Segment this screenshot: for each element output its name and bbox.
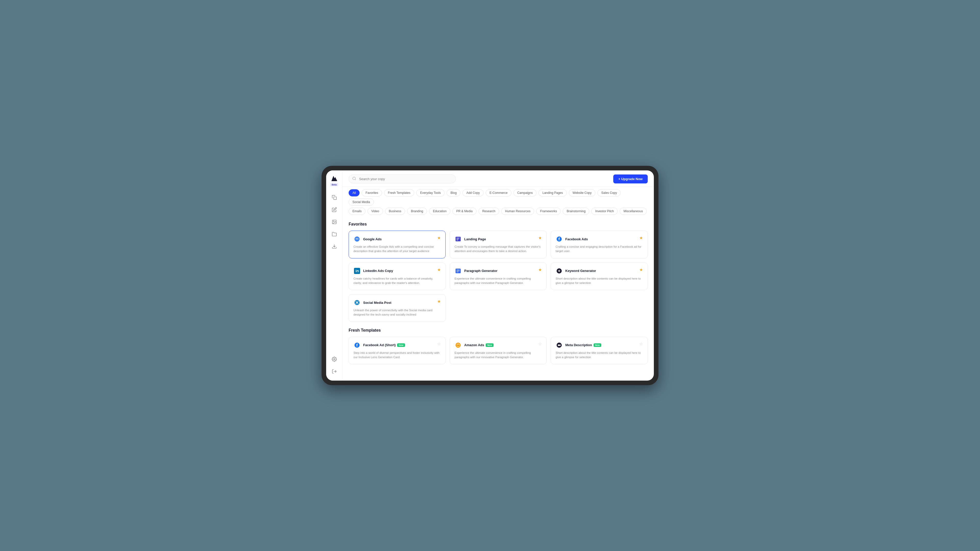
svg-point-4 <box>334 359 335 360</box>
filter-chip-fresh-templates[interactable]: Fresh Templates <box>384 189 414 197</box>
svg-point-2 <box>333 221 334 222</box>
filter-chip-ecommerce[interactable]: E-Commerce <box>486 189 511 197</box>
star-icon[interactable]: ☆ <box>437 341 441 346</box>
filter-chip-branding[interactable]: Branding <box>407 208 427 215</box>
card-desc: Short description about the title conten… <box>555 351 643 360</box>
filter-chip-favorites[interactable]: Favorites <box>362 189 382 197</box>
filter-chip-website-copy[interactable]: Website Copy <box>569 189 595 197</box>
star-icon[interactable]: ★ <box>437 235 441 240</box>
card-title-row: Meta DescriptionNew <box>555 341 601 349</box>
card-title-row: Landing Page <box>455 235 486 243</box>
filter-chip-brainstorming[interactable]: Brainstorming <box>563 208 589 215</box>
new-badge: New <box>593 343 601 347</box>
svg-point-6 <box>353 177 355 180</box>
card-header: Landing Page ★ <box>455 235 542 243</box>
sidebar-item-copy[interactable] <box>329 192 339 203</box>
new-badge: New <box>397 343 405 347</box>
svg-point-26 <box>455 343 461 348</box>
svg-point-23 <box>356 303 356 304</box>
filter-chip-social-media[interactable]: Social Media <box>348 198 374 206</box>
star-icon[interactable]: ☆ <box>639 341 643 346</box>
card-title: Keyword Generator <box>565 269 596 273</box>
card-title-row: Paragraph Generator <box>455 267 497 275</box>
filter-chip-landing-pages[interactable]: Landing Pages <box>538 189 566 197</box>
star-icon[interactable]: ★ <box>538 235 542 240</box>
card-amazon-ads[interactable]: Amazon AdsNew ☆ Experience the ultimate … <box>450 337 547 365</box>
sidebar-item-folder[interactable] <box>329 229 339 239</box>
card-desc: Create catchy headlines for cards with a… <box>353 276 441 286</box>
logo-icon[interactable] <box>330 175 339 183</box>
search-input[interactable] <box>348 175 456 183</box>
filter-chip-research[interactable]: Research <box>479 208 499 215</box>
filter-chip-business[interactable]: Business <box>385 208 405 215</box>
filter-chip-all[interactable]: All <box>348 189 360 197</box>
card-desc: Experience the ultimate convenience in c… <box>455 351 542 360</box>
card-header: Social Media Post ★ <box>353 299 441 306</box>
filter-chip-campaigns[interactable]: Campaigns <box>514 189 537 197</box>
card-facebook-ads[interactable]: Facebook Ads ★ Crafting a concise and en… <box>551 230 648 259</box>
card-icon-landing-page <box>455 235 462 243</box>
card-header: LinkedIn Ads Copy ★ <box>353 267 441 275</box>
star-icon[interactable]: ★ <box>639 267 643 272</box>
card-title: Meta DescriptionNew <box>565 343 601 347</box>
svg-line-7 <box>355 179 356 180</box>
card-title: Amazon AdsNew <box>464 343 493 347</box>
card-keyword-generator[interactable]: Keyword Generator ★ Short description ab… <box>551 262 648 290</box>
filter-chip-video[interactable]: Video <box>368 208 383 215</box>
card-title-row: LinkedIn Ads Copy <box>353 267 393 275</box>
filter-chip-add-copy[interactable]: Add Copy <box>463 189 484 197</box>
filter-chip-pr-media[interactable]: PR & Media <box>452 208 476 215</box>
favorites-title: Favorites <box>348 222 648 227</box>
filter-chip-miscellaneous[interactable]: Miscellaneous <box>620 208 647 215</box>
filter-chip-human-resources[interactable]: Human Resources <box>501 208 534 215</box>
card-title: LinkedIn Ads Copy <box>363 269 393 273</box>
filter-section: AllFavoritesFresh TemplatesEveryday Tool… <box>342 187 654 217</box>
card-title: Google Ads <box>363 237 382 241</box>
card-paragraph-generator[interactable]: Paragraph Generator ★ Experience the ult… <box>450 262 547 290</box>
sidebar-logo: Beta <box>330 175 339 186</box>
star-icon[interactable]: ★ <box>437 267 441 272</box>
new-badge: New <box>486 343 493 347</box>
fresh-templates-grid: Facebook Ad (Short)New ☆ Step into a wor… <box>348 337 648 365</box>
card-google-ads[interactable]: Google Ads ★ Create an effective Google … <box>348 230 445 259</box>
filter-chip-investor-pitch[interactable]: Investor Pitch <box>591 208 617 215</box>
card-header: Facebook Ad (Short)New ☆ <box>353 341 441 349</box>
card-desc: Experience the ultimate convenience in c… <box>455 276 542 286</box>
content-area: Favorites Google Ads ★ Create an effecti… <box>342 217 654 381</box>
filter-chip-frameworks[interactable]: Frameworks <box>536 208 561 215</box>
filter-row-2: EmailsVideoBusinessBrandingEducationPR &… <box>348 208 648 215</box>
card-title: Landing Page <box>464 237 486 241</box>
card-header: Meta DescriptionNew ☆ <box>555 341 643 349</box>
main-content: + Upgrade Now AllFavoritesFresh Template… <box>342 170 654 381</box>
filter-chip-sales-copy[interactable]: Sales Copy <box>597 189 620 197</box>
card-title: Facebook Ads <box>565 237 588 241</box>
card-title-row: Social Media Post <box>353 299 391 306</box>
sidebar-item-image[interactable] <box>329 217 339 227</box>
card-title-row: Facebook Ad (Short)New <box>353 341 405 349</box>
card-linkedin-ads[interactable]: LinkedIn Ads Copy ★ Create catchy headli… <box>348 262 445 290</box>
card-meta-description[interactable]: Meta DescriptionNew ☆ Short description … <box>551 337 648 365</box>
sidebar-item-edit[interactable] <box>329 205 339 215</box>
filter-chip-emails[interactable]: Emails <box>348 208 366 215</box>
sidebar-item-download[interactable] <box>329 241 339 251</box>
svg-rect-0 <box>334 197 336 200</box>
upgrade-button[interactable]: + Upgrade Now <box>613 175 648 183</box>
sidebar-item-logout[interactable] <box>329 366 339 376</box>
card-desc: Step into a world of diverse perspective… <box>353 351 441 360</box>
card-facebook-ad-short[interactable]: Facebook Ad (Short)New ☆ Step into a wor… <box>348 337 445 365</box>
star-icon[interactable]: ★ <box>538 267 542 272</box>
card-header: Google Ads ★ <box>353 235 441 243</box>
card-icon-google-ads <box>353 235 361 243</box>
filter-chip-blog[interactable]: Blog <box>447 189 460 197</box>
card-icon-facebook-ads <box>555 235 563 243</box>
star-icon[interactable]: ★ <box>639 235 643 240</box>
star-icon[interactable]: ☆ <box>538 341 542 346</box>
svg-point-22 <box>358 301 359 302</box>
sidebar-item-settings[interactable] <box>329 354 339 364</box>
card-social-media-post[interactable]: Social Media Post ★ Unleash the power of… <box>348 294 445 322</box>
star-icon[interactable]: ★ <box>437 299 441 304</box>
card-icon-meta <box>555 341 563 349</box>
filter-chip-education[interactable]: Education <box>429 208 450 215</box>
filter-chip-everyday-tools[interactable]: Everyday Tools <box>416 189 445 197</box>
card-landing-page[interactable]: Landing Page ★ Create To convey a compel… <box>450 230 547 259</box>
